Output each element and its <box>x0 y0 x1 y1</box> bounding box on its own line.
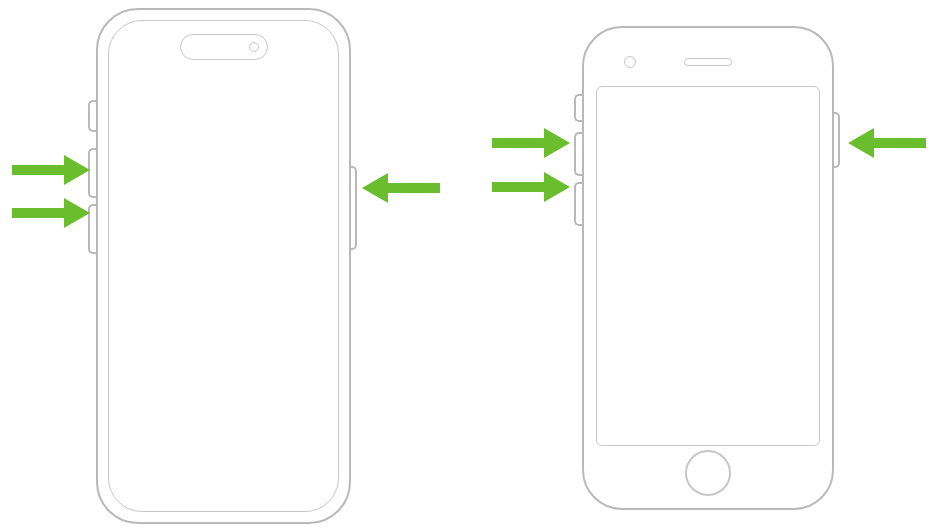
phone-face-id <box>96 8 351 524</box>
arrow-left-icon <box>848 128 926 158</box>
front-camera-icon <box>624 56 636 68</box>
dynamic-island <box>180 34 268 60</box>
arrow-right-icon <box>12 155 90 185</box>
front-camera-icon <box>249 42 259 52</box>
arrow-right-icon <box>492 172 570 202</box>
phone-a-screen <box>108 20 339 512</box>
earpiece-speaker <box>684 58 732 66</box>
arrow-right-icon <box>12 198 90 228</box>
diagram-stage <box>0 0 932 530</box>
phone-b-screen <box>596 86 820 446</box>
home-button <box>685 450 731 496</box>
phone-home-button <box>582 26 834 510</box>
arrow-left-icon <box>362 173 440 203</box>
arrow-right-icon <box>492 128 570 158</box>
